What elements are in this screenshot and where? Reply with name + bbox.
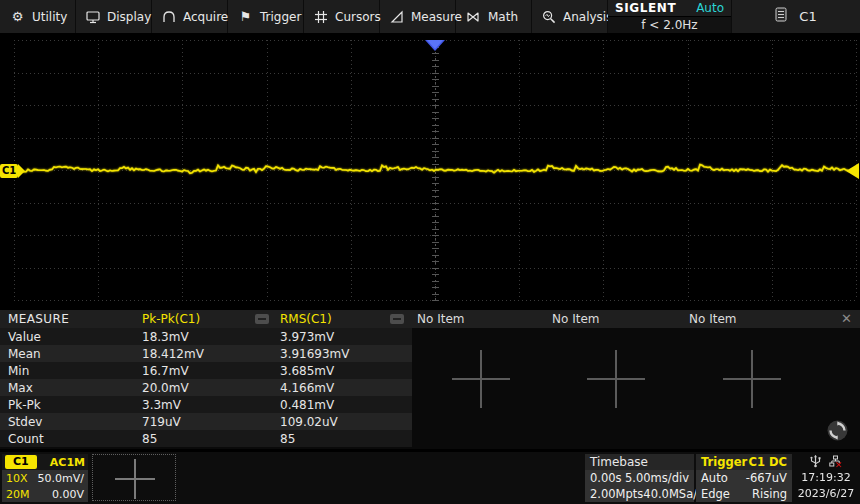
menu-math[interactable]: Math xyxy=(456,0,532,33)
trigger-box[interactable]: Trigger C1 DC Auto -667uV Edge Rising xyxy=(696,454,792,502)
stat-label: Min xyxy=(8,364,29,378)
channel-offset-value: 0.00V xyxy=(52,488,84,501)
menu-acquire-label: Acquire xyxy=(183,10,228,24)
svg-text:✕: ✕ xyxy=(835,460,842,468)
menu-acquire[interactable]: Acquire xyxy=(152,0,228,33)
stat-value: 109.02uV xyxy=(280,415,338,429)
measure-col-5[interactable]: No Item xyxy=(689,312,736,326)
trigger-mode: Auto xyxy=(701,471,728,485)
measure-row-value: Value 18.3mV 3.973mV xyxy=(0,328,412,345)
channel-offset-tag: C1 xyxy=(0,164,18,178)
stat-value: 3.91693mV xyxy=(280,347,350,361)
add-channel-box[interactable] xyxy=(92,454,176,501)
stat-value: 20.0mV xyxy=(142,381,189,395)
waveform-display[interactable] xyxy=(0,33,860,309)
add-measure-slot-2[interactable] xyxy=(587,350,645,408)
list-icon xyxy=(775,7,787,26)
menu-measure[interactable]: Measure xyxy=(380,0,456,33)
trigger-position-marker[interactable] xyxy=(425,40,445,51)
channel-bandwidth: 20M xyxy=(6,488,30,501)
trigger-level-marker[interactable] xyxy=(846,163,859,179)
add-measure-slot-1[interactable] xyxy=(452,350,510,408)
timebase-memory: 2.00Mpts xyxy=(590,487,643,501)
active-channel-label: C1 xyxy=(799,9,816,24)
close-measure-icon[interactable]: ✕ xyxy=(841,311,852,326)
acquisition-status-box[interactable]: SIGLENT Auto f < 2.0Hz xyxy=(608,0,732,33)
stat-label: Mean xyxy=(8,347,41,361)
history-refresh-icon[interactable] xyxy=(826,419,849,442)
channel-offset-arrow-icon xyxy=(18,164,25,178)
stat-label: Count xyxy=(8,432,44,446)
remove-measure-1-button[interactable] xyxy=(255,314,269,324)
timebase-scale: 5.00ms/div xyxy=(625,471,689,485)
acquire-icon xyxy=(162,10,176,24)
trigger-slope: Rising xyxy=(752,487,787,501)
stat-label: Max xyxy=(8,381,33,395)
measure-col-1[interactable]: Pk-Pk(C1) xyxy=(142,312,200,326)
menu-display-label: Display xyxy=(107,10,151,24)
measure-col-2[interactable]: RMS(C1) xyxy=(280,312,332,326)
gear-icon: ⚙ xyxy=(10,9,25,24)
status-bar: C1 AC1M 10X 50.0mV/ 20M 0.00V Timebase 0… xyxy=(0,452,860,504)
clock-time: 17:19:32 xyxy=(801,470,850,485)
stat-value: 3.685mV xyxy=(280,364,334,378)
stat-label: Pk-Pk xyxy=(8,398,41,412)
active-channel-indicator[interactable]: C1 xyxy=(732,0,860,33)
trigger-frequency: f < 2.0Hz xyxy=(608,17,731,33)
menu-cursors-label: Cursors xyxy=(335,10,381,24)
add-measure-slot-3[interactable] xyxy=(723,350,781,408)
magnifier-icon xyxy=(542,10,556,24)
measure-row-pkpk: Pk-Pk 3.3mV 0.481mV xyxy=(0,396,412,413)
measure-col-4[interactable]: No Item xyxy=(552,312,599,326)
clock-date: 2023/6/27 xyxy=(798,486,854,501)
stat-label: Stdev xyxy=(8,415,42,429)
menu-display[interactable]: Display xyxy=(76,0,152,33)
measure-row-count: Count 85 85 xyxy=(0,430,412,447)
siglent-logo: SIGLENT xyxy=(615,1,676,15)
stat-value: 3.973mV xyxy=(280,330,334,344)
acquisition-mode: Auto xyxy=(696,1,724,15)
stat-value: 16.7mV xyxy=(142,364,189,378)
measure-title: MEASURE xyxy=(8,312,69,326)
cursors-icon xyxy=(314,10,328,24)
stat-label: Value xyxy=(8,330,41,344)
measure-col-3[interactable]: No Item xyxy=(417,312,464,326)
menu-bar: ⚙ Utility Display Acquire ⚑ Trigger Curs… xyxy=(0,0,860,33)
measure-header: MEASURE Pk-Pk(C1) RMS(C1) No Item No Ite… xyxy=(0,310,860,328)
menu-analysis[interactable]: Analysis xyxy=(532,0,608,33)
oscilloscope-screen: ⚙ Utility Display Acquire ⚑ Trigger Curs… xyxy=(0,0,860,504)
set-square-icon xyxy=(390,10,404,24)
monitor-icon xyxy=(86,10,100,24)
menu-math-label: Math xyxy=(488,10,518,24)
stat-value: 18.3mV xyxy=(142,330,189,344)
channel-attenuation: 10X xyxy=(6,472,28,485)
flag-icon: ⚑ xyxy=(238,9,253,24)
stat-value: 3.3mV xyxy=(142,398,181,412)
trigger-title: Trigger xyxy=(701,455,747,469)
menu-utility-label: Utility xyxy=(32,10,67,24)
trigger-type: Edge xyxy=(701,487,730,501)
channel-name-chip: C1 xyxy=(5,455,37,469)
channel-info-box[interactable]: C1 AC1M 10X 50.0mV/ 20M 0.00V xyxy=(2,454,88,502)
timebase-title: Timebase xyxy=(590,455,648,469)
trigger-level: -667uV xyxy=(746,471,787,485)
plus-icon xyxy=(115,459,155,499)
menu-analysis-label: Analysis xyxy=(563,10,612,24)
measure-row-max: Max 20.0mV 4.166mV xyxy=(0,379,412,396)
menu-utility[interactable]: ⚙ Utility xyxy=(0,0,76,33)
menu-cursors[interactable]: Cursors xyxy=(304,0,380,33)
channel-offset-marker[interactable]: C1 xyxy=(0,163,25,178)
menu-measure-label: Measure xyxy=(411,10,462,24)
menu-trigger[interactable]: ⚑ Trigger xyxy=(228,0,304,33)
channel-coupling: AC1M xyxy=(50,456,85,469)
timebase-box[interactable]: Timebase 0.00s 5.00ms/div 2.00Mpts 40.0M… xyxy=(585,454,694,502)
measure-row-min: Min 16.7mV 3.685mV xyxy=(0,362,412,379)
channel-scale: 50.0mV/ xyxy=(38,472,84,485)
timebase-delay: 0.00s xyxy=(590,471,622,485)
trigger-source: C1 DC xyxy=(749,455,787,469)
stat-value: 719uV xyxy=(142,415,181,429)
stat-value: 4.166mV xyxy=(280,381,334,395)
stat-value: 85 xyxy=(280,432,295,446)
remove-measure-2-button[interactable] xyxy=(390,314,404,324)
timebase-sample-rate: 40.0MSa/s xyxy=(643,487,703,501)
